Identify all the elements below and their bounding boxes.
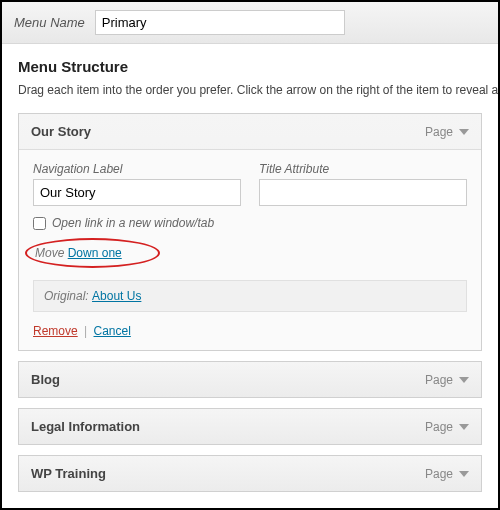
- svg-marker-3: [459, 471, 469, 477]
- section-description: Drag each item into the order you prefer…: [18, 83, 482, 97]
- move-label: Move: [35, 246, 64, 260]
- original-label: Original:: [44, 289, 89, 303]
- menu-item-type-area: Page: [425, 125, 469, 139]
- menu-item-wp-training: WP Training Page: [18, 455, 482, 492]
- content-area: Menu Structure Drag each item into the o…: [2, 44, 498, 510]
- menu-item-type-label: Page: [425, 420, 453, 434]
- menu-item-header[interactable]: Blog Page: [19, 362, 481, 397]
- title-attr-input[interactable]: [259, 179, 467, 206]
- menu-name-label: Menu Name: [14, 15, 85, 30]
- menu-item-header[interactable]: WP Training Page: [19, 456, 481, 491]
- menu-item-header[interactable]: Our Story Page: [19, 114, 481, 149]
- menu-item-title: Our Story: [31, 124, 91, 139]
- chevron-down-icon[interactable]: [459, 422, 469, 432]
- title-attr-field: Title Attribute: [259, 162, 467, 206]
- action-row: Remove | Cancel: [33, 324, 467, 338]
- remove-link[interactable]: Remove: [33, 324, 78, 338]
- cancel-link[interactable]: Cancel: [94, 324, 131, 338]
- menu-item-our-story: Our Story Page Navigation Label Title At…: [18, 113, 482, 351]
- svg-marker-1: [459, 377, 469, 383]
- open-new-tab-row: Open link in a new window/tab: [33, 216, 467, 230]
- nav-label-field: Navigation Label: [33, 162, 241, 206]
- svg-marker-2: [459, 424, 469, 430]
- chevron-down-icon[interactable]: [459, 375, 469, 385]
- menu-name-input[interactable]: [95, 10, 345, 35]
- svg-marker-0: [459, 129, 469, 135]
- separator: |: [84, 324, 87, 338]
- section-title: Menu Structure: [18, 58, 482, 75]
- open-new-tab-label: Open link in a new window/tab: [52, 216, 214, 230]
- menu-item-type-area: Page: [425, 420, 469, 434]
- menu-item-header[interactable]: Legal Information Page: [19, 409, 481, 444]
- original-link[interactable]: About Us: [92, 289, 141, 303]
- chevron-down-icon[interactable]: [459, 469, 469, 479]
- original-box: Original: About Us: [33, 280, 467, 312]
- menu-item-title: Legal Information: [31, 419, 140, 434]
- menu-item-blog: Blog Page: [18, 361, 482, 398]
- move-down-one-link[interactable]: Down one: [68, 246, 122, 260]
- chevron-down-icon[interactable]: [459, 127, 469, 137]
- field-row: Navigation Label Title Attribute: [33, 162, 467, 206]
- menu-item-type-label: Page: [425, 125, 453, 139]
- move-row: Move Down one: [33, 242, 142, 266]
- nav-label-input[interactable]: [33, 179, 241, 206]
- menu-item-type-area: Page: [425, 373, 469, 387]
- title-attr-label: Title Attribute: [259, 162, 467, 176]
- open-new-tab-checkbox[interactable]: [33, 217, 46, 230]
- menu-item-type-label: Page: [425, 373, 453, 387]
- menu-item-title: Blog: [31, 372, 60, 387]
- menu-item-body: Navigation Label Title Attribute Open li…: [19, 149, 481, 350]
- nav-label-label: Navigation Label: [33, 162, 241, 176]
- menu-item-legal-information: Legal Information Page: [18, 408, 482, 445]
- menu-item-title: WP Training: [31, 466, 106, 481]
- menu-item-type-label: Page: [425, 467, 453, 481]
- menu-name-bar: Menu Name: [2, 2, 498, 44]
- menu-item-type-area: Page: [425, 467, 469, 481]
